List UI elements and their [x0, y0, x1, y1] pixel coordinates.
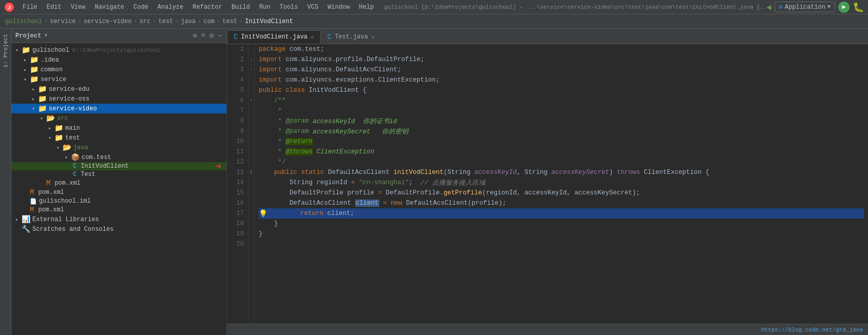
tree-arrow-java: ▾ [56, 145, 62, 151]
tree-item-com-test[interactable]: ▾ 📦 com.test [11, 152, 226, 162]
fold-btn-5 [248, 85, 254, 95]
breadcrumb-gulischool[interactable]: gulischool [5, 18, 42, 25]
tree-item-test-class[interactable]: C Test [11, 170, 226, 179]
project-settings-icon[interactable]: ⚙ [209, 31, 214, 40]
token-param-tag-9: @param [286, 128, 309, 135]
tree-item-scratches[interactable]: ▸ 🔧 Scratches and Consoles [11, 224, 226, 234]
breadcrumb-service[interactable]: service [50, 18, 75, 25]
tree-item-src[interactable]: ▾ 📂 src [11, 113, 226, 123]
run-play-button[interactable]: ▶ [838, 2, 850, 13]
token-varname-16: client [355, 200, 379, 207]
tree-item-service[interactable]: ▾ 📁 service [11, 74, 226, 84]
csdn-link[interactable]: https://blog.csdn.net/grd_java [761, 327, 863, 333]
gutter-line-3: 3 [227, 65, 248, 75]
project-header: Project ▼ ⊕ ≡ ⚙ — [11, 29, 226, 43]
menu-navigate[interactable]: Navigate [90, 3, 128, 12]
breadcrumb-initvodclient[interactable]: InitVodClient [245, 18, 293, 25]
breadcrumb-service-video[interactable]: service-video [84, 18, 132, 25]
menu-code[interactable]: Code [129, 3, 152, 12]
token-package: package [259, 46, 290, 53]
folder-icon-test: 📁 [54, 133, 63, 142]
tree-item-initvodclient[interactable]: C InitVodClient ➜ [11, 162, 226, 170]
tab-close-test[interactable]: ✕ [371, 34, 375, 41]
project-panel-toggle[interactable]: 1: Project [2, 31, 10, 71]
tab-initvodclient[interactable]: C InitVodClient.java ✕ [227, 30, 321, 44]
project-collapse-icon[interactable]: ≡ [201, 31, 205, 40]
run-config-dropdown-icon[interactable]: ▼ [827, 4, 831, 10]
menu-window[interactable]: Window [323, 3, 354, 12]
tree-item-service-oss[interactable]: ▸ 📁 service-oss [11, 94, 226, 104]
menu-run[interactable]: Run [255, 3, 275, 12]
token-class-15: DefaultProfile. [386, 189, 444, 196]
breadcrumb-sep-5: › [175, 18, 179, 25]
code-line-18: } [259, 219, 864, 229]
token-type2-16: DefaultAcsClient(profile); [406, 200, 506, 207]
token-return-type-13: DefaultAcsClient [328, 169, 394, 176]
project-path: gulischool [D:\IdeaProjects\gulischool] … [384, 4, 765, 10]
tree-label-main: main [65, 125, 80, 132]
gutter-line-17: 17 [227, 208, 248, 219]
tree-item-java[interactable]: ▾ 📂 java [11, 143, 226, 152]
breadcrumb-test[interactable]: test [158, 18, 173, 25]
breadcrumb-src[interactable]: src [140, 18, 151, 25]
token-type-15: DefaultProfile [290, 189, 348, 196]
menu-file[interactable]: File [18, 3, 42, 12]
tree-item-gulischool-iml[interactable]: ▸ 📄 gulischool.iml [11, 197, 226, 205]
tree-label-java: java [73, 144, 88, 151]
breadcrumb-java[interactable]: java [181, 18, 196, 25]
folder-icon-service-edu: 📁 [38, 85, 47, 93]
run-debug-button[interactable]: 🐛 [853, 2, 864, 13]
sidebar-strip: 1: Project [0, 29, 11, 335]
code-line-8: * @param accessKeyId 你的证书id [259, 116, 864, 126]
tree-arrow-gulischool: ▾ [15, 47, 21, 53]
token-javadoc-pre-8: * [259, 117, 286, 125]
menu-view[interactable]: View [67, 3, 90, 12]
tab-close-initvodclient[interactable]: ✕ [311, 34, 314, 41]
tab-label-initvodclient: InitVodClient.java [241, 33, 307, 41]
token-return-tag-10: @return [286, 138, 313, 145]
tree-item-common[interactable]: ▸ 📁 common [11, 65, 226, 74]
tree-item-test[interactable]: ▾ 📁 test [11, 133, 226, 143]
package-icon-com-test: 📦 [71, 153, 80, 162]
project-dropdown-icon[interactable]: ▼ [44, 33, 47, 38]
tree-item-pom-root[interactable]: ▸ M pom.xml [11, 205, 226, 214]
tab-test[interactable]: C Test.java ✕ [321, 30, 381, 44]
tree-item-pom-video[interactable]: ▸ M pom.xml [11, 179, 226, 188]
token-throws-val-11: ClientException [313, 148, 374, 155]
tree-item-service-video[interactable]: ▾ 📁 service-video [11, 104, 226, 113]
tree-item-external-libs[interactable]: ▸ 📊 External Libraries [11, 214, 226, 224]
gutter-line-7: 7 [227, 106, 248, 116]
project-panel-title: Project [15, 32, 41, 40]
tree-item-service-edu[interactable]: ▸ 📁 service-edu [11, 84, 226, 94]
project-minimize-icon[interactable]: — [218, 31, 222, 40]
scratch-icon: 🔧 [22, 225, 30, 233]
tree-item-gulischool[interactable]: ▾ 📁 gulischool D:\IdeaProjects\gulischoo… [11, 45, 226, 55]
menu-analyze[interactable]: Analyze [153, 3, 187, 12]
run-back-arrow[interactable]: ◀ [766, 2, 771, 12]
project-tree: ▾ 📁 gulischool D:\IdeaProjects\gulischoo… [11, 43, 226, 335]
token-classname-5: InitVodClient { [309, 87, 367, 94]
tree-arrow-test: ▾ [48, 135, 53, 141]
token-param-tag-8: @param [286, 117, 309, 125]
breadcrumb-test2[interactable]: test [222, 18, 237, 25]
tree-item-main[interactable]: ▸ 📁 main [11, 123, 226, 133]
breadcrumb-com[interactable]: com [204, 18, 215, 25]
menu-vcs[interactable]: VCS [303, 3, 323, 12]
menu-tools[interactable]: Tools [276, 3, 302, 12]
tree-item-idea[interactable]: ▸ 📁 .idea [11, 55, 226, 65]
folder-icon-common: 📁 [30, 65, 38, 74]
token-eq-16: = [383, 200, 391, 207]
menu-help[interactable]: Help [355, 3, 378, 12]
menu-edit[interactable]: Edit [43, 3, 66, 12]
token-new-16: new [391, 200, 406, 207]
fold-btn-1 [248, 44, 254, 54]
menu-refactor[interactable]: Refactor [188, 3, 226, 12]
token-varname-15: profile [348, 189, 378, 196]
token-method-name-13: initVodClient [394, 169, 444, 176]
project-locate-icon[interactable]: ⊕ [192, 31, 197, 40]
code-content[interactable]: package com.test; import com.aliyuncs.pr… [255, 44, 868, 324]
run-configuration[interactable]: ⚙ Application ▼ [775, 2, 835, 12]
code-line-10: * @return [259, 136, 864, 147]
menu-build[interactable]: Build [227, 3, 254, 12]
tree-item-pom-service[interactable]: ▸ M pom.xml [11, 188, 226, 197]
